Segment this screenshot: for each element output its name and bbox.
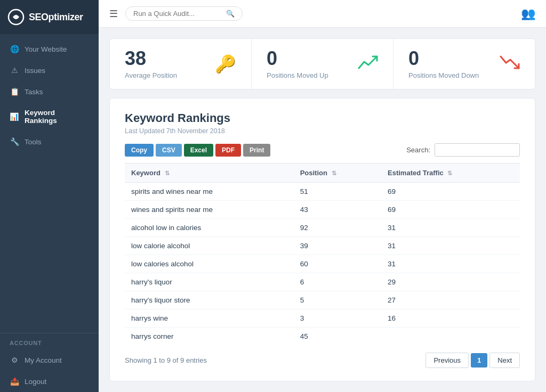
positions-up-label: Positions Moved Up: [267, 71, 328, 79]
cell-position: 6: [294, 273, 381, 291]
cell-keyword: low calorie alcohol: [125, 237, 294, 255]
cell-position: 60: [294, 255, 381, 273]
table-row: wines and spirits near me 43 69: [125, 201, 520, 219]
stats-row: 38 Average Position 🔑 0 Positions Moved …: [109, 38, 535, 89]
table-row: harrys corner 45: [125, 328, 520, 346]
my-account-icon: ⚙: [10, 356, 19, 364]
col-traffic[interactable]: Estimated Traffic ⇅: [381, 164, 520, 183]
logo-icon: [7, 9, 25, 26]
cell-keyword: harry's liquor: [125, 273, 294, 291]
tasks-nav-icon: 📋: [10, 87, 19, 96]
cell-keyword: harrys wine: [125, 309, 294, 328]
cell-position: 3: [294, 309, 381, 328]
cell-keyword: harrys corner: [125, 328, 294, 346]
cell-keyword: low calories alcohol: [125, 255, 294, 273]
positions-down-number: 0: [408, 49, 479, 68]
cell-position: 92: [294, 219, 381, 237]
stat-positions-up: 0 Positions Moved Up: [252, 39, 394, 89]
sort-traffic-icon: ⇅: [447, 170, 452, 176]
cell-keyword: alcohol low in calories: [125, 219, 294, 237]
cell-keyword: harry's liquor store: [125, 291, 294, 309]
avg-position-number: 38: [125, 49, 177, 68]
cell-position: 5: [294, 291, 381, 309]
rankings-title: Keyword Rankings: [125, 111, 520, 125]
table-row: harrys wine 3 16: [125, 309, 520, 328]
cell-keyword: wines and spirits near me: [125, 201, 294, 219]
brand-name: SEOptimizer: [29, 12, 83, 23]
sort-position-icon: ⇅: [332, 170, 336, 176]
table-search-input[interactable]: [435, 143, 520, 157]
cell-traffic: [381, 328, 520, 346]
sidebar-item-your-website[interactable]: 🌐Your Website: [0, 38, 99, 60]
table-row: harry's liquor store 5 27: [125, 291, 520, 309]
avg-position-label: Average Position: [125, 71, 177, 79]
search-label: Search:: [406, 146, 430, 154]
print-button[interactable]: Print: [243, 144, 270, 157]
user-avatar-icon[interactable]: 👥: [521, 7, 535, 21]
toolbar-row: Copy CSV Excel PDF Print Search:: [125, 143, 520, 157]
table-row: spirits and wines near me 51 69: [125, 183, 520, 201]
pagination-row: Showing 1 to 9 of 9 entries Previous 1 N…: [125, 353, 520, 368]
csv-button[interactable]: CSV: [156, 144, 182, 157]
cell-traffic: 69: [381, 201, 520, 219]
account-section: Account ⚙My Account📤Logout: [0, 333, 99, 392]
stat-avg-position: 38 Average Position 🔑: [110, 39, 252, 89]
hamburger-icon[interactable]: ☰: [109, 8, 118, 20]
trending-up-icon: [358, 54, 378, 74]
excel-button[interactable]: Excel: [184, 144, 213, 157]
cell-keyword: spirits and wines near me: [125, 183, 294, 201]
rankings-card: Keyword Rankings Last Updated 7th Novemb…: [109, 98, 535, 381]
next-button[interactable]: Next: [489, 353, 520, 368]
copy-button[interactable]: Copy: [125, 144, 154, 157]
current-page[interactable]: 1: [471, 353, 487, 368]
logo-area: SEOptimizer: [0, 0, 99, 34]
sidebar-item-keyword-rankings[interactable]: 📊Keyword Rankings: [0, 102, 99, 131]
table-row: low calories alcohol 60 31: [125, 255, 520, 273]
account-label: Account: [0, 333, 99, 349]
cell-traffic: 29: [381, 273, 520, 291]
sidebar-item-logout[interactable]: 📤Logout: [0, 371, 99, 392]
export-btn-group: Copy CSV Excel PDF Print: [125, 144, 270, 157]
previous-button[interactable]: Previous: [425, 353, 469, 368]
stat-positions-down: 0 Positions Moved Down: [394, 39, 535, 89]
trending-down-icon: [500, 54, 520, 74]
main-area: ☰ 🔍 👥 38 Average Position 🔑 0 Positions …: [99, 0, 546, 392]
cell-traffic: 31: [381, 237, 520, 255]
sidebar-item-tasks[interactable]: 📋Tasks: [0, 81, 99, 102]
showing-text: Showing 1 to 9 of 9 entries: [125, 356, 207, 364]
sidebar: SEOptimizer 🌐Your Website⚠Issues📋Tasks📊K…: [0, 0, 99, 392]
sidebar-item-my-account[interactable]: ⚙My Account: [0, 349, 99, 371]
positions-down-label: Positions Moved Down: [408, 71, 479, 79]
your-website-nav-icon: 🌐: [10, 45, 19, 53]
pdf-button[interactable]: PDF: [215, 144, 241, 157]
cell-position: 45: [294, 328, 381, 346]
tools-nav-icon: 🔧: [10, 137, 19, 146]
search-icon: 🔍: [226, 10, 235, 18]
table-search-row: Search:: [406, 143, 520, 157]
table-row: low calorie alcohol 39 31: [125, 237, 520, 255]
key-icon: 🔑: [215, 54, 236, 74]
cell-traffic: 69: [381, 183, 520, 201]
col-keyword[interactable]: Keyword ⇅: [125, 164, 294, 183]
cell-traffic: 31: [381, 255, 520, 273]
cell-position: 43: [294, 201, 381, 219]
rankings-updated: Last Updated 7th November 2018: [125, 127, 520, 135]
sidebar-nav: 🌐Your Website⚠Issues📋Tasks📊Keyword Ranki…: [0, 34, 99, 392]
table-row: alcohol low in calories 92 31: [125, 219, 520, 237]
cell-position: 51: [294, 183, 381, 201]
cell-traffic: 16: [381, 309, 520, 328]
cell-traffic: 31: [381, 219, 520, 237]
content-area: 38 Average Position 🔑 0 Positions Moved …: [99, 28, 546, 392]
search-input[interactable]: [133, 10, 222, 18]
rankings-table: Keyword ⇅ Position ⇅ Estimated Traffic ⇅: [125, 163, 520, 345]
sort-keyword-icon: ⇅: [165, 170, 170, 176]
cell-position: 39: [294, 237, 381, 255]
pagination-buttons: Previous 1 Next: [425, 353, 520, 368]
keyword-rankings-nav-icon: 📊: [10, 112, 19, 121]
positions-up-number: 0: [267, 49, 328, 68]
quick-audit-search[interactable]: 🔍: [125, 6, 243, 21]
sidebar-item-tools[interactable]: 🔧Tools: [0, 131, 99, 152]
col-position[interactable]: Position ⇅: [294, 164, 381, 183]
sidebar-item-issues[interactable]: ⚠Issues: [0, 60, 99, 81]
table-row: harry's liquor 6 29: [125, 273, 520, 291]
